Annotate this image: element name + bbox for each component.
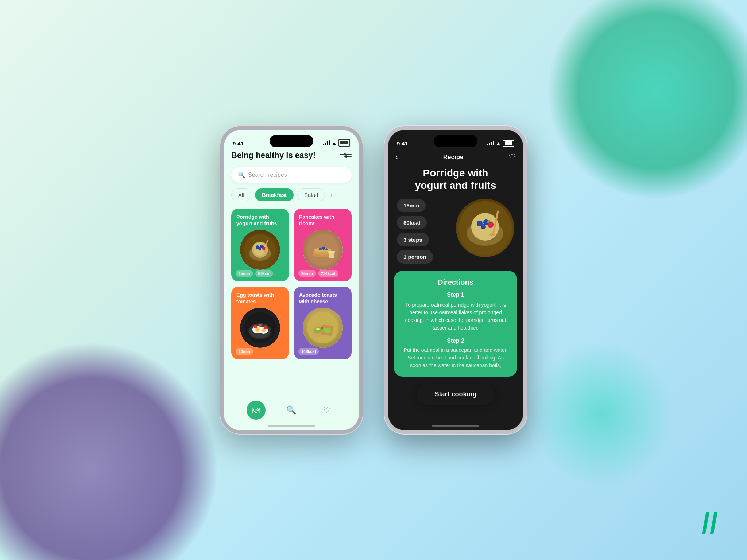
phone1-screen: 9:41 ▲ Being	[224, 130, 359, 430]
pancakes-img	[303, 230, 343, 270]
phone2-dynamic-island	[434, 135, 477, 147]
phone2-wifi-icon: ▲	[496, 140, 501, 146]
tab-salad[interactable]: Salad	[297, 188, 325, 201]
badge-kcal: 80kcal	[397, 216, 427, 229]
phone1-signal	[323, 141, 330, 145]
svg-point-27	[259, 324, 262, 327]
step1-title: Step 1	[401, 292, 510, 298]
recipe-image-porridge	[240, 230, 280, 270]
phone1-battery-icon	[338, 139, 350, 147]
recipe-info-section: 15min 80kcal 3 steps 1 person	[388, 199, 523, 264]
recipe-tags-pancakes: 25min 234kcal	[298, 270, 338, 277]
svg-point-35	[321, 327, 323, 329]
recipe-grid: Porridge with yogurt and fruits	[231, 209, 352, 359]
phone2-header: ‹ Recipe ♡	[388, 149, 523, 167]
svg-point-14	[322, 247, 325, 250]
recipe-image-avocado	[303, 308, 343, 348]
recipe-tags-avocado: 148kcal	[298, 348, 319, 355]
phone1-header: Being healthy is easy!	[231, 149, 352, 161]
recipe-badges-list: 15min 80kcal 3 steps 1 person	[397, 199, 452, 264]
porridge-img	[240, 230, 280, 270]
recipe-detail-title: Porridge with yogurt and fruits	[388, 167, 523, 199]
tab-breakfast[interactable]: Breakfast	[255, 188, 294, 201]
recipe-card-pancakes[interactable]: Pancakes with ricotta	[294, 209, 352, 281]
bg-blob-teal	[528, 341, 674, 487]
recipe-title-text: Porridge with yogurt and fruits	[415, 167, 496, 191]
badge-steps: 3 steps	[397, 233, 429, 246]
recipe-tags-porridge: 15min 80kcal	[236, 270, 273, 277]
phone1-status-icons: ▲	[323, 139, 350, 147]
recipe-time-egg-toast: 10min	[236, 348, 253, 355]
step2-title: Step 2	[401, 338, 510, 344]
recipe-image-pancakes	[303, 230, 343, 270]
phone2-signal	[487, 141, 494, 145]
recipe-title-porridge: Porridge with yogurt and fruits	[236, 214, 284, 227]
badge-person: 1 person	[397, 250, 433, 264]
phone2-frame: 9:41 ▲ ‹ Recipe ♡	[384, 126, 527, 434]
phone1-content: Being healthy is easy! 🔍 Search recipes	[224, 149, 359, 359]
step2-text: Put the oatmeal in a saucepan and add wa…	[401, 346, 510, 369]
recipe-card-egg-toast[interactable]: Egg toasts with tomates	[231, 287, 289, 359]
recipe-detail-image	[456, 199, 514, 257]
start-cooking-button[interactable]: Start cooking	[416, 384, 495, 405]
recipe-image-egg-toast	[240, 308, 280, 348]
recipe-kcal-avocado: 148kcal	[298, 348, 319, 355]
branding-slash: //	[702, 509, 718, 538]
recipe-tags-egg-toast: 10min	[236, 348, 253, 355]
phones-container: 9:41 ▲ Being	[220, 126, 527, 434]
svg-point-13	[319, 248, 322, 250]
recipe-title-pancakes: Pancakes with ricotta	[299, 214, 347, 227]
nav-search-btn[interactable]: 🔍	[282, 401, 301, 420]
back-button[interactable]: ‹	[395, 152, 398, 162]
app-tagline: Being healthy is easy!	[231, 151, 316, 160]
nav-home-icon: 🍽	[252, 405, 260, 415]
phone2-home-indicator	[432, 425, 479, 427]
phone2-status-icons: ▲	[487, 140, 514, 147]
recipe-kcal-pancakes: 234kcal	[318, 270, 338, 277]
phone1-home-indicator	[268, 425, 315, 427]
recipe-card-porridge[interactable]: Porridge with yogurt and fruits	[231, 209, 289, 281]
recipe-detail-img-inner	[456, 199, 514, 257]
svg-point-26	[264, 326, 267, 329]
svg-rect-17	[328, 251, 335, 253]
directions-card: Directions Step 1 To prepare oatmeal por…	[394, 271, 517, 377]
step1-text: To prepare oatmeal porridge with yogurt,…	[401, 301, 510, 332]
recipe-title-egg-toast: Egg toasts with tomates	[236, 292, 284, 305]
phone1-dynamic-island	[270, 135, 313, 147]
recipe-time-porridge: 15min	[236, 270, 253, 277]
favorite-button[interactable]: ♡	[508, 152, 516, 162]
svg-point-49	[489, 223, 492, 226]
search-icon: 🔍	[238, 171, 245, 178]
svg-point-25	[253, 325, 257, 328]
nav-home-btn[interactable]: 🍽	[247, 401, 266, 420]
recipe-title-avocado: Avocado toasts with cheese	[299, 292, 347, 305]
phone2-screen: 9:41 ▲ ‹ Recipe ♡	[388, 130, 523, 430]
recipe-time-pancakes: 25min	[298, 270, 316, 277]
egg-toast-img	[240, 308, 280, 348]
recipe-kcal-porridge: 80kcal	[255, 270, 274, 277]
phone2-time: 9:41	[397, 140, 408, 147]
phone2-battery-icon	[503, 140, 514, 147]
phone1-time: 9:41	[233, 140, 244, 147]
directions-heading: Directions	[401, 278, 510, 287]
recipe-header-label: Recipe	[443, 153, 464, 161]
search-bar[interactable]: 🔍 Search recipes	[231, 167, 352, 183]
svg-point-15	[325, 248, 328, 250]
bg-blob-green	[546, 0, 747, 201]
search-placeholder: Search recipes	[248, 172, 287, 178]
nav-heart-icon: ♡	[323, 405, 330, 415]
phone1-frame: 9:41 ▲ Being	[220, 126, 363, 434]
filter-tabs: All Breakfast Salad ›	[231, 188, 352, 201]
avocado-img	[303, 308, 343, 348]
svg-point-46	[481, 224, 486, 229]
filter-icon[interactable]	[340, 149, 352, 161]
svg-point-47	[478, 222, 481, 225]
recipe-card-avocado[interactable]: Avocado toasts with cheese	[294, 287, 352, 359]
tab-all[interactable]: All	[231, 188, 251, 201]
svg-point-6	[258, 247, 261, 250]
tab-more: ›	[329, 190, 334, 200]
nav-favorites-btn[interactable]: ♡	[317, 401, 336, 420]
svg-rect-28	[270, 330, 276, 332]
phone1-wifi-icon: ▲	[332, 140, 337, 146]
bg-blob-purple	[0, 341, 219, 560]
